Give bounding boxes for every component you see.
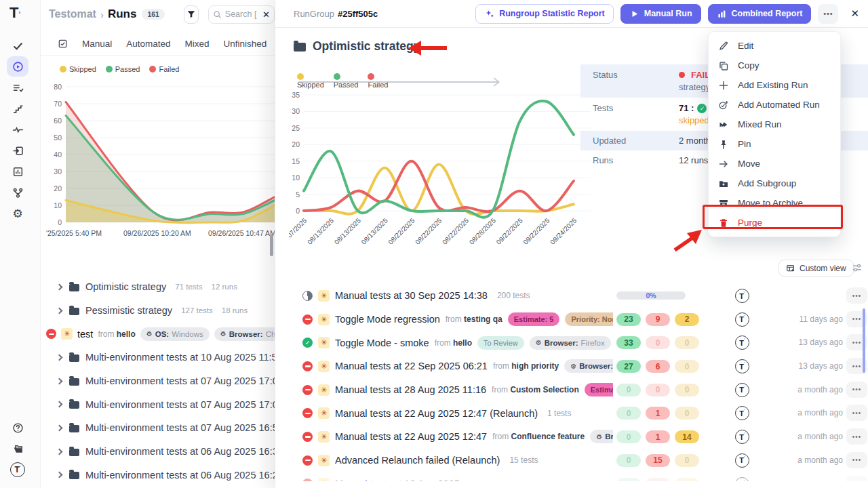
tab-mixed[interactable]: Mixed xyxy=(185,39,210,49)
run-title[interactable]: Manual tests at 22 Aug 2025 12:47 (Relau… xyxy=(335,408,538,419)
run-row[interactable]: ✳Manual tests at 22 Aug 2025 12:47 (Rela… xyxy=(275,401,868,425)
run-row[interactable]: ✳testfrom hello⚙OS:Windows⚙Browser:Chrom… xyxy=(41,322,275,346)
tests-check-icon[interactable] xyxy=(7,35,28,56)
group-row[interactable]: Multi-environment tests at 07 Aug 2025 1… xyxy=(41,392,275,416)
report-chart-icon[interactable] xyxy=(7,161,28,182)
menu-item-copy[interactable]: Copy xyxy=(709,56,840,75)
folder-icon xyxy=(294,43,306,52)
profile-logo-icon[interactable]: T' xyxy=(7,460,28,480)
group-name[interactable]: Multi-environment tests at 06 Aug 2025 1… xyxy=(85,470,275,481)
help-icon[interactable] xyxy=(7,418,28,438)
line-chart: 0510152025303508/07/202508/13/202508/13/… xyxy=(289,68,608,244)
run-list-icon[interactable] xyxy=(58,39,68,49)
group-row[interactable]: Optimistic strategy71 tests12 runs xyxy=(41,275,275,299)
left-panel-scrollbar[interactable] xyxy=(270,235,273,256)
custom-view-button[interactable]: Custom view xyxy=(778,260,854,277)
group-row[interactable]: Multi-environment tests at 06 Aug 2025 1… xyxy=(41,440,275,464)
search-input[interactable]: Search [ ✕ xyxy=(208,5,275,24)
group-name[interactable]: Multi-environment tests at 07 Aug 2025 1… xyxy=(85,375,275,386)
menu-item-move-to-archive[interactable]: Move to Archive xyxy=(709,193,840,213)
run-title[interactable]: Advanced Relaunch failed (Relaunch) xyxy=(335,455,500,466)
import-run-icon[interactable] xyxy=(7,140,28,161)
group-name[interactable]: Multi-environment tests at 06 Aug 2025 1… xyxy=(85,446,275,457)
run-row[interactable]: ✳Manual tests at 30 Sep 2025 14:38200 te… xyxy=(275,284,868,308)
run-row[interactable]: ✳Advanced Relaunch failed (Relaunch)15 t… xyxy=(275,449,868,472)
group-row[interactable]: Pessimistic strategy127 tests18 runs xyxy=(41,299,275,323)
group-row[interactable]: Multi-environment tests at 07 Aug 2025 1… xyxy=(41,416,275,440)
close-panel-icon[interactable]: ✕ xyxy=(850,7,859,20)
manual-run-button[interactable]: Manual Run xyxy=(620,4,701,24)
chevron-right-icon[interactable] xyxy=(56,448,63,455)
menu-item-add-subgroup[interactable]: Add Subgroup xyxy=(709,174,840,193)
steps-icon[interactable] xyxy=(7,98,28,119)
menu-item-add-existing-run[interactable]: Add Existing Run xyxy=(709,75,840,95)
run-row[interactable]: ✳Manual tests at 22 Sep 2025 06:21from h… xyxy=(275,354,868,378)
branch-icon[interactable] xyxy=(7,182,28,203)
chevron-right-icon[interactable] xyxy=(56,354,63,361)
skipped-count: 2 xyxy=(675,313,699,326)
menu-item-move[interactable]: Move xyxy=(709,154,840,174)
row-more-button[interactable]: ••• xyxy=(846,428,867,445)
failed-count: 15 xyxy=(646,454,670,467)
play-icon xyxy=(629,9,639,19)
tab-automated[interactable]: Automated xyxy=(126,39,170,49)
group-name[interactable]: Multi-environment tests at 07 Aug 2025 1… xyxy=(85,399,275,410)
tab-manual[interactable]: Manual xyxy=(82,39,112,49)
menu-item-purge[interactable]: Purge xyxy=(709,213,840,232)
group-name[interactable]: Pessimistic strategy xyxy=(85,305,172,316)
group-name[interactable]: Multi-environment tests at 07 Aug 2025 1… xyxy=(85,422,275,433)
runs-play-circle-icon[interactable] xyxy=(7,56,28,77)
menu-item-mixed-run[interactable]: Mixed Run xyxy=(709,115,840,134)
chevron-right-icon[interactable] xyxy=(56,472,63,479)
run-title[interactable]: Toggle Mode regression xyxy=(335,314,440,325)
svg-text:09/22/2025: 09/22/2025 xyxy=(521,216,551,244)
settings-gear-icon[interactable]: ⚙ xyxy=(7,203,28,224)
right-panel-scrollbar[interactable] xyxy=(863,308,865,373)
chevron-right-icon[interactable] xyxy=(56,401,63,408)
svg-text:15: 15 xyxy=(292,157,300,165)
menu-item-add-automated-run[interactable]: Add Automated Run xyxy=(709,95,840,115)
row-more-button[interactable]: ••• xyxy=(846,452,867,468)
menu-item-pin[interactable]: Pin xyxy=(709,134,840,154)
group-row[interactable]: Multi-environment tests at 06 Aug 2025 1… xyxy=(41,464,275,487)
run-title[interactable]: Manual tests at 30 Sep 2025 14:38 xyxy=(335,290,488,301)
run-title[interactable]: Toggle Mode - smoke xyxy=(335,338,429,348)
rungroup-statistic-report-button[interactable]: Rungroup Statistic Report xyxy=(475,4,614,24)
rungroup-more-button[interactable]: ••• xyxy=(818,4,838,24)
chevron-right-icon[interactable] xyxy=(56,307,63,314)
chevron-right-icon[interactable] xyxy=(56,283,63,290)
run-name[interactable]: test xyxy=(77,329,93,340)
filter-button[interactable] xyxy=(184,5,199,24)
clear-search-icon[interactable]: ✕ xyxy=(262,9,270,20)
row-more-button[interactable]: ••• xyxy=(846,287,867,304)
chevron-right-icon[interactable] xyxy=(56,378,63,384)
row-more-button[interactable]: ••• xyxy=(846,476,867,481)
run-title[interactable]: Manual tests at 28 Aug 2025 11:16 xyxy=(335,384,486,395)
pulse-icon[interactable] xyxy=(7,119,28,140)
run-row[interactable]: ✳Manual tests at 28 Aug 2025 11:16from C… xyxy=(275,378,868,402)
run-title[interactable]: Manual tests at 22 Aug 2025 12:47 xyxy=(335,431,487,442)
group-name[interactable]: Optimistic strategy xyxy=(85,281,166,292)
breadcrumb-app[interactable]: Testomat xyxy=(49,8,96,20)
chevron-right-icon[interactable] xyxy=(56,425,63,432)
group-name[interactable]: Multi-environment tests at 10 Aug 2025 1… xyxy=(85,352,275,363)
row-more-button[interactable]: ••• xyxy=(846,382,867,398)
group-row[interactable]: Multi-environment tests at 10 Aug 2025 1… xyxy=(41,346,275,369)
run-row[interactable]: ✳Toggle Mode regressionfrom testing qaEs… xyxy=(275,308,868,331)
svg-text:10: 10 xyxy=(54,201,62,209)
group-row[interactable]: Multi-environment tests at 07 Aug 2025 1… xyxy=(41,369,275,393)
run-title[interactable]: Manual tests at 12 Aug 2025 xyxy=(335,479,460,481)
row-more-button[interactable]: ••• xyxy=(846,405,867,421)
run-row[interactable]: ✳Manual tests at 12 Aug 2025T'••• xyxy=(275,472,868,481)
checklist-icon[interactable] xyxy=(7,77,28,98)
runs-count-badge: 161 xyxy=(142,9,165,20)
combined-report-button[interactable]: Combined Report xyxy=(708,4,812,24)
projects-folders-icon[interactable] xyxy=(7,439,28,459)
run-row[interactable]: ✳Manual tests at 22 Aug 2025 12:47from C… xyxy=(275,425,868,449)
run-title[interactable]: Manual tests at 22 Sep 2025 06:21 xyxy=(335,361,488,371)
avatar: T' xyxy=(735,406,749,420)
tab-unfinished[interactable]: Unfinished xyxy=(224,39,267,49)
list-settings-icon[interactable] xyxy=(852,262,863,276)
menu-item-edit[interactable]: Edit xyxy=(709,36,840,56)
run-row[interactable]: ✓✳Toggle Mode - smokefrom helloTo Review… xyxy=(275,331,868,354)
